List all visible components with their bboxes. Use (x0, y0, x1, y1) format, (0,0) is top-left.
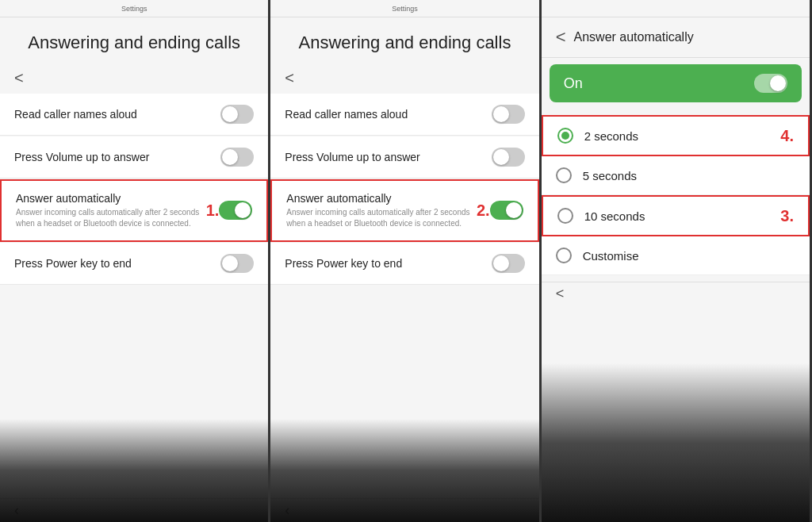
panel2-item3-sublabel: Answer incoming calls automatically afte… (286, 207, 480, 229)
panel2-back[interactable]: < (270, 63, 538, 94)
panel3-badge-4: 4. (780, 127, 794, 145)
panel3-shadow (542, 363, 810, 522)
panel3-radio-customise[interactable] (556, 248, 572, 263)
panel1-bottom-nav: ‹ (0, 498, 268, 522)
panel3-on-label: On (564, 75, 583, 92)
panel3-label-5sec: 5 seconds (583, 169, 637, 182)
panel1-item2-label: Press Volume up to answer (14, 151, 211, 163)
panel1-item4-toggle[interactable] (220, 254, 254, 273)
panel3-bottom-back[interactable]: < (556, 286, 565, 302)
panel3-on-toggle[interactable] (754, 74, 787, 93)
panel3-radio-5sec[interactable] (556, 167, 572, 183)
panel2-item-read-caller[interactable]: Read caller names aloud (270, 94, 538, 136)
panel2-item-volume-up[interactable]: Press Volume up to answer (270, 136, 538, 178)
panel2-item3-toggle[interactable] (490, 201, 523, 220)
panel2-header: Answering and ending calls (270, 17, 538, 63)
panel-3: < Answer automatically On 2 seconds 4. 5… (542, 0, 812, 522)
panel2-item1-label: Read caller names aloud (285, 108, 481, 121)
panel2-settings-list: Read caller names aloud Press Volume up … (270, 94, 538, 498)
panel2-topbar-text: Settings (392, 5, 418, 13)
panel2-item3-label: Answer automatically (286, 192, 480, 205)
panel1-topbar: Settings (0, 0, 268, 17)
panel1-item1-toggle[interactable] (220, 105, 254, 124)
panel1-item-volume-up[interactable]: Press Volume up to answer (0, 136, 268, 178)
panel2-item-answer-auto[interactable]: Answer automatically Answer incoming cal… (270, 179, 538, 242)
panel3-header: < Answer automatically (542, 17, 810, 58)
panel3-option-customise[interactable]: Customise (542, 236, 810, 275)
panel1-item1-label: Read caller names aloud (14, 108, 211, 121)
panel1-bottom-back[interactable]: ‹ (14, 502, 19, 519)
panel3-label-2sec: 2 seconds (584, 129, 638, 143)
panel3-option-5sec[interactable]: 5 seconds (542, 156, 810, 195)
panel1-back[interactable]: < (0, 63, 268, 94)
panel3-label-customise: Customise (583, 249, 639, 263)
panel2-item2-toggle[interactable] (492, 148, 525, 167)
panel3-radio-2sec[interactable] (557, 128, 573, 144)
panel1-item-answer-auto[interactable]: Answer automatically Answer incoming cal… (0, 179, 268, 242)
panel1-item2-toggle[interactable] (220, 148, 254, 167)
panel3-radio-list: 2 seconds 4. 5 seconds 10 seconds 3. Cus… (542, 109, 810, 282)
panel1-title: Answering and ending calls (14, 32, 254, 55)
panel3-radio-10sec[interactable] (557, 208, 573, 224)
panel1-item-read-caller[interactable]: Read caller names aloud (0, 94, 268, 136)
panel3-option-2sec[interactable]: 2 seconds 4. (542, 115, 810, 156)
panel2-item4-toggle[interactable] (492, 254, 525, 273)
panel1-item4-label: Press Power key to end (14, 257, 211, 270)
panel3-topbar (542, 0, 810, 17)
panel2-item4-label: Press Power key to end (285, 257, 481, 270)
panel2-bottom-nav: ‹ (270, 498, 538, 522)
panel2-bottom-back[interactable]: ‹ (285, 502, 289, 519)
panel2-item1-toggle[interactable] (492, 105, 525, 124)
panel2-badge-2: 2. (477, 202, 490, 220)
panel1-item-power-key[interactable]: Press Power key to end (0, 243, 268, 285)
panel1-badge-1: 1. (206, 202, 220, 220)
panel1-header: Answering and ending calls (0, 17, 268, 63)
panel3-bottom-nav: < (542, 282, 810, 305)
panel2-item2-label: Press Volume up to answer (285, 151, 481, 163)
panel3-header-back[interactable]: < (556, 27, 566, 48)
panel2-item-power-key[interactable]: Press Power key to end (270, 243, 538, 285)
panel3-option-10sec[interactable]: 10 seconds 3. (542, 195, 810, 236)
panel1-item3-sublabel: Answer incoming calls automatically afte… (16, 207, 209, 229)
panel2-topbar: Settings (270, 0, 538, 17)
panel3-label-10sec: 10 seconds (584, 209, 645, 223)
panel2-title: Answering and ending calls (285, 32, 524, 55)
panel1-item3-label: Answer automatically (16, 192, 209, 205)
panel3-on-toggle-bar[interactable]: On (550, 64, 802, 102)
panel1-item3-toggle[interactable] (219, 201, 252, 220)
panel-1: Settings Answering and ending calls < Re… (0, 0, 270, 522)
panel-2: Settings Answering and ending calls < Re… (270, 0, 541, 522)
panel1-settings-list: Read caller names aloud Press Volume up … (0, 94, 268, 498)
panel3-badge-3: 3. (780, 207, 794, 225)
panel3-header-title: Answer automatically (574, 30, 694, 44)
panel1-topbar-text: Settings (121, 5, 147, 13)
